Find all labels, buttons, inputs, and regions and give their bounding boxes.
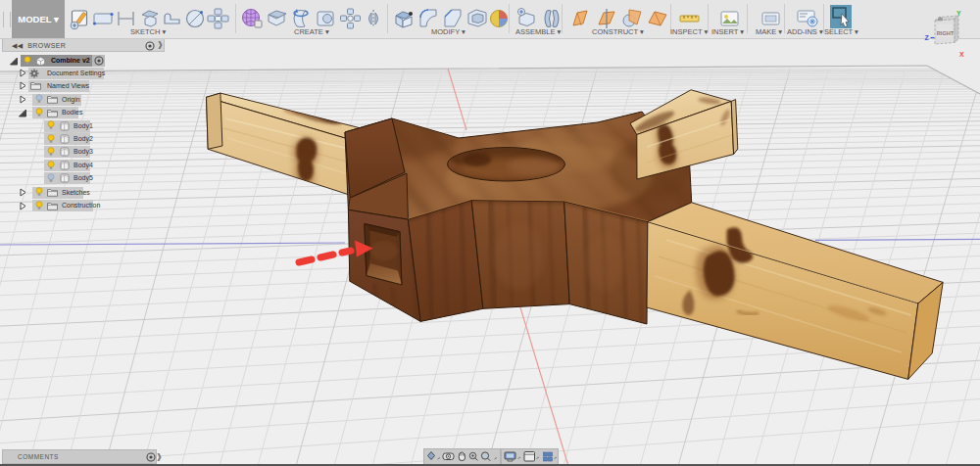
svg-text:Y: Y (956, 10, 961, 17)
svg-text:X: X (959, 51, 964, 58)
svg-text:Z: Z (925, 34, 930, 41)
svg-text:RIGHT: RIGHT (937, 30, 955, 36)
